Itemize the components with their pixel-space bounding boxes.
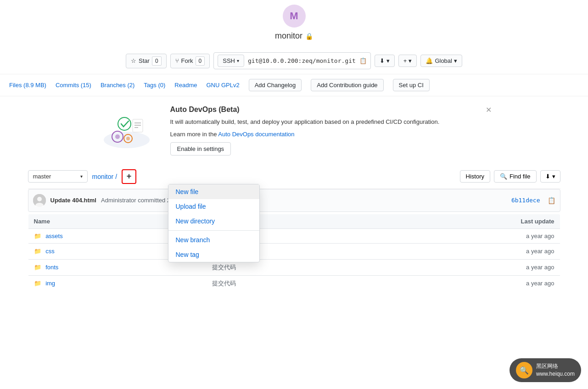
tab-commits[interactable]: Commits (15) (56, 82, 91, 89)
devops-title: Auto DevOps (Beta) (170, 106, 240, 114)
copy-hash-icon[interactable]: 📋 (548, 197, 555, 204)
tab-readme[interactable]: Readme (174, 82, 197, 89)
devops-learn-more: Learn more in the Auto DevOps documentat… (170, 131, 492, 138)
history-button[interactable]: History (460, 170, 490, 183)
folder-icon: 📁 (34, 233, 41, 239)
devops-docs-link[interactable]: Auto DevOps documentation (218, 131, 294, 138)
breadcrumb: monitor / (92, 173, 118, 180)
folder-icon: 📁 (34, 264, 41, 271)
fork-button[interactable]: ⑂ Fork 0 (170, 54, 210, 68)
search-icon: 🔍 (500, 173, 507, 180)
menu-item-new-directory[interactable]: New directory (168, 214, 259, 228)
download-icon: ⬇ (545, 173, 550, 180)
devops-close-icon[interactable]: ✕ (486, 106, 492, 114)
action-bar: ☆ Star 0 ⑂ Fork 0 SSH ▾ git@10.0.0.200:z… (0, 48, 588, 74)
add-changelog-button[interactable]: Add Changelog (249, 79, 302, 91)
copy-url-icon[interactable]: 📋 (359, 57, 367, 64)
file-link[interactable]: img (45, 280, 55, 287)
repo-section: master ▾ monitor / + New file Upload fil… (19, 165, 570, 292)
toolbar-right: History 🔍 Find file ⬇ ▾ (460, 170, 560, 183)
tab-license[interactable]: GNU GPLv2 (206, 82, 239, 89)
svg-point-5 (118, 117, 131, 130)
add-button[interactable]: + ▾ (398, 55, 417, 67)
table-row: 📁 img 提交代码 a year ago (28, 275, 560, 291)
commit-avatar (33, 194, 46, 207)
last-update-cell: a year ago (361, 243, 560, 259)
star-icon: ☆ (131, 57, 136, 64)
file-table: Name it Last update 📁 assets a year ago … (28, 214, 560, 292)
commit-bar: Update 404.html Administrator committed … (28, 189, 560, 212)
branch-dropdown[interactable]: master ▾ (28, 170, 88, 183)
table-row: 📁 css 提交代码 a year ago (28, 243, 560, 259)
devops-description: It will automatically build, test, and d… (170, 117, 492, 127)
add-file-button[interactable]: + (122, 169, 136, 184)
download-icon: ⬇ (380, 57, 385, 64)
bell-icon: 🔔 (426, 57, 433, 64)
tab-tags[interactable]: Tags (0) (144, 82, 165, 89)
chevron-down-icon: ▾ (552, 173, 555, 180)
file-link[interactable]: css (45, 248, 55, 255)
star-button[interactable]: ☆ Star 0 (126, 54, 167, 68)
add-contribution-button[interactable]: Add Contribution guide (311, 79, 383, 91)
devops-banner: Auto DevOps (Beta) ✕ It will automatical… (88, 106, 501, 156)
table-row: 📁 fonts 提交代码 a year ago (28, 259, 560, 275)
chevron-down-icon: ▾ (454, 57, 457, 64)
avatar: M (283, 5, 306, 28)
find-file-button[interactable]: 🔍 Find file (494, 170, 537, 183)
repo-name: monitor 🔒 (275, 31, 313, 41)
folder-icon: 📁 (34, 248, 41, 255)
menu-item-new-branch[interactable]: New branch (168, 233, 259, 247)
nav-tabs: Files (8.9 MB) Commits (15) Branches (2)… (0, 74, 588, 96)
folder-icon: 📁 (34, 280, 41, 287)
commit-message-cell: 提交代码 (207, 275, 361, 291)
menu-item-new-tag[interactable]: New tag (168, 247, 259, 262)
tab-branches[interactable]: Branches (2) (101, 82, 134, 89)
breadcrumb-repo-link[interactable]: monitor (92, 173, 114, 180)
last-update-cell: a year ago (361, 228, 560, 243)
table-row: 📁 assets a year ago (28, 228, 560, 243)
menu-item-new-file[interactable]: New file (168, 184, 259, 199)
ssh-dropdown[interactable]: SSH ▾ (218, 55, 244, 67)
menu-divider (168, 230, 259, 231)
git-url-box: SSH ▾ git@10.0.0.200:zeq/monitor.git 📋 (213, 52, 371, 69)
repo-toolbar: master ▾ monitor / + New file Upload fil… (28, 165, 560, 189)
svg-point-2 (115, 134, 120, 139)
notification-button[interactable]: 🔔 Global ▾ (420, 55, 462, 67)
enable-settings-button[interactable]: Enable in settings (170, 142, 231, 156)
svg-point-0 (104, 132, 150, 148)
setup-ci-button[interactable]: Set up CI (393, 79, 430, 91)
fork-icon: ⑂ (175, 57, 179, 64)
last-update-cell: a year ago (361, 259, 560, 275)
chevron-down-icon: ▾ (237, 58, 239, 63)
col-last-update: Last update (361, 214, 560, 228)
devops-content: Auto DevOps (Beta) ✕ It will automatical… (170, 106, 492, 156)
breadcrumb-separator: / (115, 173, 117, 180)
download-button[interactable]: ⬇ ▾ (375, 55, 395, 67)
lock-icon: 🔒 (305, 33, 313, 40)
repo-download-button[interactable]: ⬇ ▾ (540, 170, 560, 183)
top-section: M monitor 🔒 (0, 0, 588, 48)
chevron-down-icon: ▾ (409, 57, 412, 64)
chevron-down-icon: ▾ (386, 57, 390, 64)
file-link[interactable]: fonts (45, 264, 58, 271)
tab-files[interactable]: Files (8.9 MB) (9, 82, 46, 89)
chevron-down-icon: ▾ (80, 174, 83, 179)
devops-illustration (97, 106, 157, 151)
menu-item-upload-file[interactable]: Upload file (168, 199, 259, 214)
svg-point-4 (126, 137, 130, 140)
add-file-dropdown: New file Upload file New directory New b… (168, 184, 260, 262)
svg-point-11 (37, 197, 42, 201)
commit-message: Update 404.html Administrator committed … (50, 197, 507, 204)
last-update-cell: a year ago (361, 275, 560, 291)
git-url-text: git@10.0.0.200:zeq/monitor.git (248, 57, 356, 64)
file-link[interactable]: assets (45, 233, 63, 239)
commit-hash[interactable]: 6b11dece (511, 197, 540, 204)
svg-rect-6 (133, 119, 143, 132)
